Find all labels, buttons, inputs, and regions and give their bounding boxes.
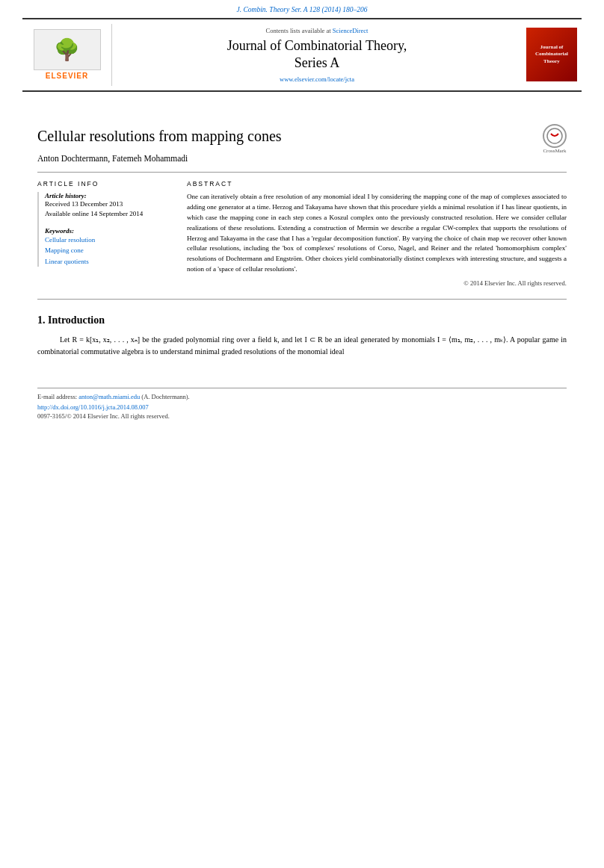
crossmark-icon [543, 124, 567, 148]
abstract-divider [37, 299, 567, 300]
introduction-title: 1. Introduction [37, 314, 567, 326]
journal-cover-image: Journal ofCombinatorialTheory [526, 28, 577, 81]
article-info-column: ARTICLE INFO Article history: Received 1… [37, 180, 172, 288]
received-date: Received 13 December 2013 [45, 199, 172, 210]
introduction-paragraph: Let R = k[x₁, x₂, . . . , xₙ] be the gra… [37, 334, 567, 358]
abstract-text: One can iteratively obtain a free resolu… [187, 192, 567, 276]
email-link[interactable]: anton@math.miami.edu [78, 393, 140, 400]
article-info-abstract-section: ARTICLE INFO Article history: Received 1… [37, 180, 567, 288]
journal-reference: J. Combin. Theory Ser. A 128 (2014) 180–… [0, 0, 604, 18]
crossmark-label: CrossMark [543, 148, 566, 154]
contents-available-line: Contents lists available at ScienceDirec… [266, 27, 369, 34]
keywords-section: Keywords: Cellular resolution Mapping co… [45, 227, 172, 267]
keyword-2: Mapping cone [45, 245, 172, 255]
footer: E-mail address: anton@math.miami.edu (A.… [37, 388, 567, 420]
elsevier-logo-section: 🌳 ELSEVIER [22, 24, 112, 86]
crossmark-badge[interactable]: CrossMark [543, 124, 567, 154]
keyword-1: Cellular resolution [45, 235, 172, 245]
main-content: Cellular resolutions from mapping cones … [0, 92, 604, 373]
available-date: Available online 14 September 2014 [45, 209, 172, 220]
abstract-heading: ABSTRACT [187, 180, 567, 187]
abstract-column: ABSTRACT One can iteratively obtain a fr… [187, 180, 567, 288]
doi-link[interactable]: http://dx.doi.org/10.1016/j.jcta.2014.08… [37, 403, 567, 411]
journal-title: Journal of Combinatorial Theory, Series … [227, 37, 407, 72]
keywords-label: Keywords: [45, 227, 172, 235]
elsevier-logo-box: 🌳 [34, 29, 101, 70]
authors-line: Anton Dochtermann, Fatemeh Mohammadi [37, 154, 567, 163]
elsevier-tree-icon: 🌳 [54, 40, 80, 61]
article-history: Article history: Received 13 December 20… [45, 192, 172, 220]
crossmark-svg [546, 128, 563, 144]
article-info-heading: ARTICLE INFO [37, 180, 172, 187]
rights-text: 0097-3165/© 2014 Elsevier Inc. All right… [37, 412, 567, 420]
copyright-notice: © 2014 Elsevier Inc. All rights reserved… [187, 279, 567, 287]
history-label: Article history: [45, 192, 172, 199]
journal-cover-section: Journal ofCombinatorialTheory [522, 24, 582, 86]
journal-header: 🌳 ELSEVIER Contents lists available at S… [22, 18, 582, 92]
article-title: Cellular resolutions from mapping cones [37, 128, 282, 145]
journal-info-center: Contents lists available at ScienceDirec… [112, 24, 522, 86]
email-footer: E-mail address: anton@math.miami.edu (A.… [37, 393, 567, 400]
title-divider [37, 172, 567, 173]
journal-url[interactable]: www.elsevier.com/locate/jcta [280, 75, 354, 83]
sciencedirect-link[interactable]: ScienceDirect [333, 27, 369, 34]
article-info-box: Article history: Received 13 December 20… [37, 192, 172, 267]
introduction-section: 1. Introduction Let R = k[x₁, x₂, . . . … [37, 314, 567, 358]
elsevier-wordmark: ELSEVIER [46, 72, 88, 80]
keyword-3: Linear quotients [45, 256, 172, 267]
